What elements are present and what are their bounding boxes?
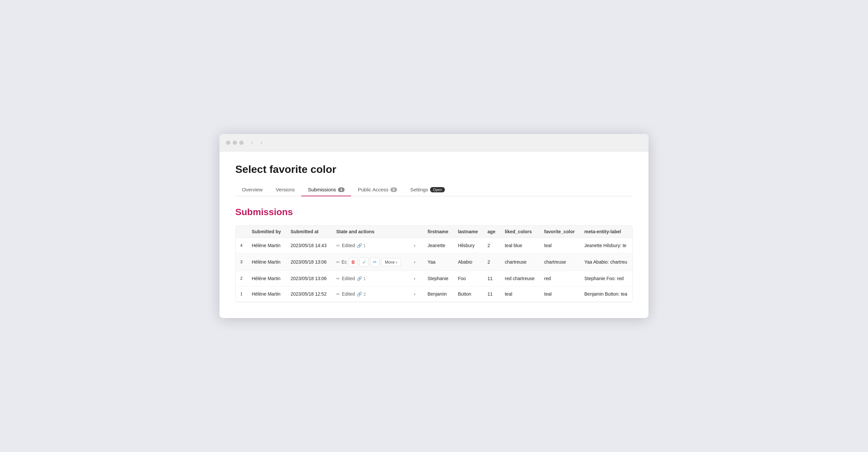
settings-status-badge: Open — [430, 187, 445, 192]
table-row: 4 Hélène Martin 2023/05/18 14:43 ✏ Edite… — [236, 238, 632, 253]
row-num-2: 2 — [236, 271, 247, 286]
tab-overview[interactable]: Overview — [235, 184, 269, 196]
row-expand-button-4[interactable]: › — [411, 242, 418, 249]
state-label-1: Edited — [342, 291, 355, 297]
state-actions-4: ✏ Edited 🔗 1 — [332, 238, 406, 253]
section-title: Submissions — [235, 207, 633, 218]
favorite-color-2: red — [539, 271, 580, 286]
chevron-cell-1: › — [406, 286, 423, 302]
table-row: 2 Hélène Martin 2023/05/18 13:06 ✏ Edite… — [236, 271, 632, 286]
row-expand-button-1[interactable]: › — [411, 290, 418, 298]
submitted-by-1: Hélène Martin — [247, 286, 286, 302]
col-header-liked-colors: liked_colors — [500, 226, 539, 238]
edit-icon-4: ✏ — [336, 243, 340, 248]
row-expand-button-2[interactable]: › — [411, 275, 418, 282]
dot-yellow — [233, 140, 237, 145]
state-actions-container-2: ✏ Edited 🔗 1 — [336, 276, 402, 281]
browser-dots — [226, 140, 244, 145]
submissions-table-container: Submitted by Submitted at State and acti… — [235, 225, 633, 302]
liked-colors-4: teal blue — [500, 238, 539, 253]
row-expand-button-3[interactable]: › — [411, 258, 418, 266]
col-header-meta-entity-label: meta-entity-label — [580, 226, 632, 238]
favorite-color-1: teal — [539, 286, 580, 302]
firstname-3: Yaa — [423, 253, 453, 271]
tab-public-access[interactable]: Public Access 0 — [351, 184, 404, 196]
tabs-bar: Overview Versions Submissions 4 Public A… — [235, 184, 633, 196]
col-header-submitted-at: Submitted at — [286, 226, 331, 238]
link-count-1: 🔗 2 — [357, 292, 366, 297]
tab-submissions[interactable]: Submissions 4 — [301, 184, 351, 196]
meta-entity-label-2: Stephanie Foo: red — [580, 271, 632, 286]
col-header-submitted-by: Submitted by — [247, 226, 286, 238]
age-3: 2 — [483, 253, 500, 271]
firstname-4: Jeanette — [423, 238, 453, 253]
lastname-1: Button — [453, 286, 483, 302]
lastname-2: Foo — [453, 271, 483, 286]
browser-content: Select favorite color Overview Versions … — [219, 152, 649, 318]
table-header: Submitted by Submitted at State and acti… — [236, 226, 632, 238]
favorite-color-3: chartreuse — [539, 253, 580, 271]
meta-entity-label-3: Yaa Ababio: chartreu — [580, 253, 632, 271]
state-label-3: Ec — [342, 259, 347, 265]
col-header-favorite-color: favorite_color — [539, 226, 580, 238]
tab-versions[interactable]: Versions — [269, 184, 302, 196]
dot-green — [239, 140, 244, 145]
col-header-firstname: firstname — [423, 226, 453, 238]
browser-chrome: ‹ › — [219, 134, 649, 152]
link-count-4: 🔗 1 — [357, 243, 366, 248]
meta-entity-label-4: Jeanette Hilsbury: te — [580, 238, 632, 253]
submitted-at-3: 2023/05/18 13:06 — [286, 253, 331, 271]
col-header-age: age — [483, 226, 500, 238]
submitted-by-4: Hélène Martin — [247, 238, 286, 253]
table-row: 1 Hélène Martin 2023/05/18 12:52 ✏ Edite… — [236, 286, 632, 302]
age-1: 11 — [483, 286, 500, 302]
submitted-by-2: Hélène Martin — [247, 271, 286, 286]
table-row: 3 Hélène Martin 2023/05/18 13:06 ✏ Ec 🗑 … — [236, 253, 632, 271]
link-count-2: 🔗 1 — [357, 276, 366, 281]
liked-colors-2: red chartreuse — [500, 271, 539, 286]
pencil-blue-button-3[interactable]: ✏ — [370, 257, 379, 266]
row-num-1: 1 — [236, 286, 247, 302]
submitted-by-3: Hélène Martin — [247, 253, 286, 271]
state-label-2: Edited — [342, 276, 355, 281]
tab-settings[interactable]: Settings Open — [404, 184, 452, 196]
submitted-at-2: 2023/05/18 13:06 — [286, 271, 331, 286]
row-num-3: 3 — [236, 253, 247, 271]
nav-back-button[interactable]: ‹ — [249, 139, 255, 146]
liked-colors-3: chartreuse — [500, 253, 539, 271]
delete-button-3[interactable]: 🗑 — [348, 257, 358, 266]
more-chevron-icon: › — [396, 260, 397, 265]
col-header-row-num — [236, 226, 247, 238]
submissions-table: Submitted by Submitted at State and acti… — [236, 226, 632, 302]
lastname-4: Hilsbury — [453, 238, 483, 253]
edit-icon-1: ✏ — [336, 292, 340, 297]
submitted-at-1: 2023/05/18 12:52 — [286, 286, 331, 302]
more-button-3[interactable]: More › — [381, 258, 401, 266]
state-label-4: Edited — [342, 243, 355, 248]
table-body: 4 Hélène Martin 2023/05/18 14:43 ✏ Edite… — [236, 238, 632, 302]
page-title: Select favorite color — [235, 163, 633, 175]
age-4: 2 — [483, 238, 500, 253]
state-actions-container-1: ✏ Edited 🔗 2 — [336, 291, 402, 297]
meta-entity-label-1: Benjamin Button: tea — [580, 286, 632, 302]
browser-nav: ‹ › — [249, 139, 265, 146]
browser-window: ‹ › Select favorite color Overview Versi… — [219, 134, 649, 318]
check-button-3[interactable]: ✓ — [360, 257, 369, 266]
action-row-3: ✏ Ec 🗑 ✓ ✏ More › — [336, 257, 402, 266]
chevron-cell-2: › — [406, 271, 423, 286]
row-num-4: 4 — [236, 238, 247, 253]
favorite-color-4: teal — [539, 238, 580, 253]
col-header-state-actions: State and actions — [332, 226, 423, 238]
submitted-at-4: 2023/05/18 14:43 — [286, 238, 331, 253]
dot-red — [226, 140, 230, 145]
state-actions-container-4: ✏ Edited 🔗 1 — [336, 243, 402, 248]
header-row: Submitted by Submitted at State and acti… — [236, 226, 632, 238]
lastname-3: Ababio — [453, 253, 483, 271]
age-2: 11 — [483, 271, 500, 286]
firstname-1: Benjamin — [423, 286, 453, 302]
state-actions-2: ✏ Edited 🔗 1 — [332, 271, 406, 286]
state-actions-1: ✏ Edited 🔗 2 — [332, 286, 406, 302]
nav-forward-button[interactable]: › — [258, 139, 265, 146]
liked-colors-1: teal — [500, 286, 539, 302]
firstname-2: Stephanie — [423, 271, 453, 286]
